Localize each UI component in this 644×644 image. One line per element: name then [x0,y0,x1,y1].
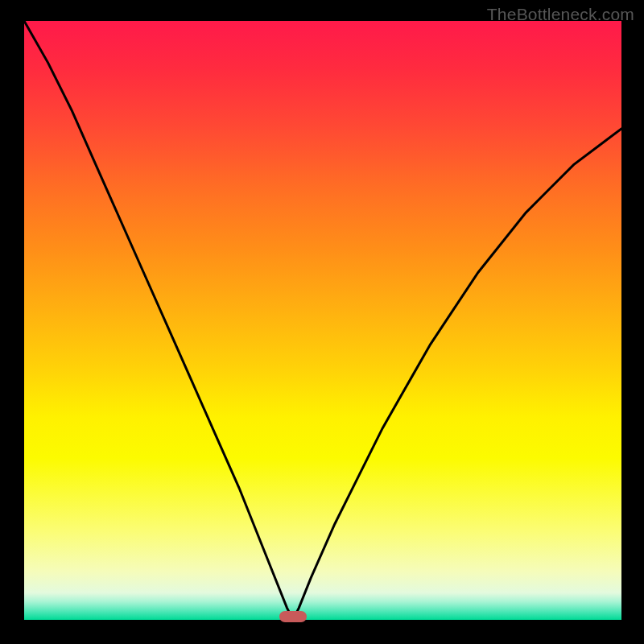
watermark-text: TheBottleneck.com [487,5,634,24]
plot-area [24,21,621,620]
min-marker [279,611,307,622]
chart-frame: TheBottleneck.com [0,0,644,644]
bottleneck-curve [24,21,621,620]
